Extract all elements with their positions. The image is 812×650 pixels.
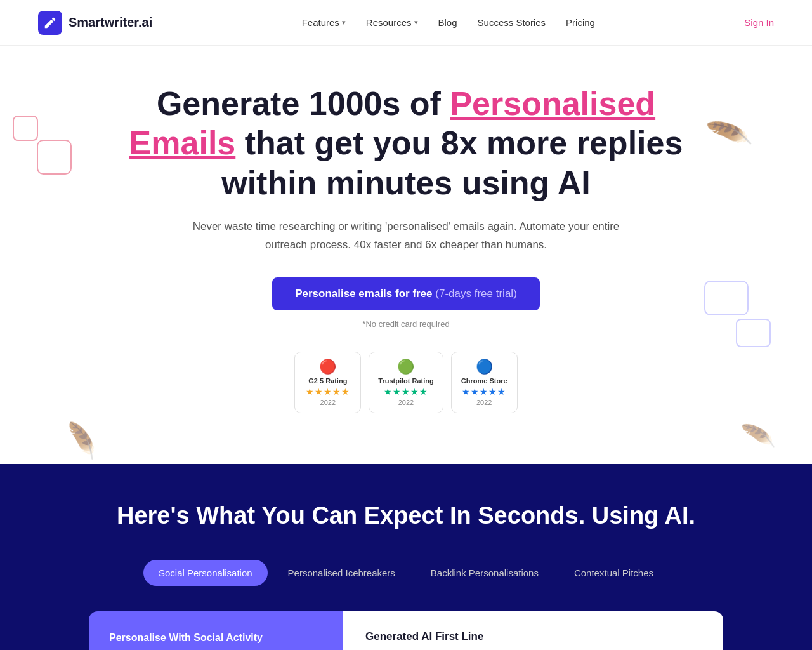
tab-backlink-personalisations[interactable]: Backlink Personalisations (416, 560, 554, 586)
hero-cta-button[interactable]: Personalise emails for free (7-days free… (272, 277, 540, 310)
navbar: Smartwriter.ai Features ▾ Resources ▾ Bl… (0, 0, 812, 46)
deco-box-top-left-outer (13, 116, 38, 141)
chrome-badge: 🔵 Chrome Store ★★★★★ 2022 (451, 352, 518, 413)
nav-blog[interactable]: Blog (438, 17, 457, 28)
panel-left-label: Personalise With Social Activity (109, 630, 263, 646)
signin-link[interactable]: Sign In (744, 17, 774, 28)
g2-year: 2022 (320, 399, 336, 406)
chrome-title: Chrome Store (461, 377, 508, 385)
feature-panel: Personalise With Social Activity Generat… (89, 611, 723, 650)
trustpilot-stars: ★★★★★ (384, 387, 428, 397)
hero-subtext: Never waste time researching or writing … (190, 218, 622, 255)
deco-feather-bottom-right: 🪶 (740, 419, 776, 454)
deco-box-bottom-right-outer (704, 281, 749, 315)
hero-headline: Generate 1000s of Personalised Emails th… (121, 84, 691, 202)
hero-section: 🪶 🪶 🪶 Generate 1000s of Personalised Ema… (0, 46, 812, 464)
trustpilot-title: Trustpilot Rating (378, 377, 433, 385)
deco-feather-top-right: 🪶 (704, 110, 754, 158)
chrome-icon: 🔵 (476, 359, 493, 375)
headline-part1: Generate 1000s of (157, 85, 450, 122)
features-chevron-icon: ▾ (342, 18, 346, 27)
nav-pricing[interactable]: Pricing (566, 17, 595, 28)
trustpilot-badge: 🟢 Trustpilot Rating ★★★★★ 2022 (369, 352, 443, 413)
g2-title: G2 5 Rating (308, 377, 347, 385)
trustpilot-icon: 🟢 (397, 359, 414, 375)
nav-links: Features ▾ Resources ▾ Blog Success Stor… (302, 17, 595, 28)
nav-success-stories[interactable]: Success Stories (478, 17, 546, 28)
g2-icon: 🔴 (319, 359, 336, 375)
panel-right-title: Generated AI First Line (365, 630, 700, 643)
nav-resources[interactable]: Resources ▾ (366, 17, 418, 28)
resources-chevron-icon: ▾ (414, 18, 418, 27)
dark-section-heading: Here's What You Can Expect In Seconds. U… (117, 502, 695, 529)
cta-trial-label: (7-days free trial) (435, 288, 516, 300)
g2-stars: ★★★★★ (306, 387, 350, 397)
deco-feather-bottom-left: 🪶 (60, 420, 103, 462)
panel-left: Personalise With Social Activity (89, 611, 343, 650)
chrome-stars: ★★★★★ (462, 387, 506, 397)
no-credit-card-text: *No credit card required (362, 319, 449, 329)
chrome-year: 2022 (476, 399, 492, 406)
g2-badge: 🔴 G2 5 Rating ★★★★★ 2022 (294, 352, 361, 413)
tab-social-personalisation[interactable]: Social Personalisation (143, 560, 268, 586)
dark-features-section: Here's What You Can Expect In Seconds. U… (0, 464, 812, 650)
headline-part2: that get you 8x more replies within minu… (221, 124, 683, 201)
logo-icon (38, 11, 62, 35)
feature-tabs: Social Personalisation Personalised Iceb… (143, 560, 669, 586)
deco-box-bottom-right-inner (736, 319, 771, 347)
trustpilot-year: 2022 (398, 399, 414, 406)
logo-text: Smartwriter.ai (69, 15, 152, 30)
panel-right: Generated AI First Line (343, 611, 723, 650)
logo-link[interactable]: Smartwriter.ai (38, 11, 152, 35)
tab-contextual-pitches[interactable]: Contextual Pitches (559, 560, 669, 586)
cta-main-label: Personalise emails for free (295, 288, 432, 300)
deco-box-top-left-inner (37, 140, 72, 175)
logo-svg (43, 16, 57, 30)
nav-features[interactable]: Features ▾ (302, 17, 346, 28)
rating-badges: 🔴 G2 5 Rating ★★★★★ 2022 🟢 Trustpilot Ra… (294, 352, 517, 413)
tab-personalised-icebreakers[interactable]: Personalised Icebreakers (273, 560, 410, 586)
